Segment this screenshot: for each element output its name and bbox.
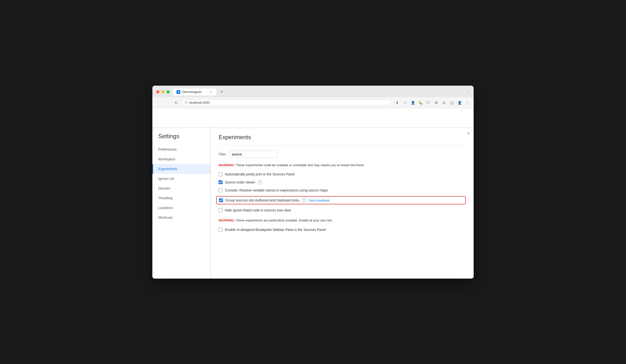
bookmark-button[interactable]: ☆: [402, 99, 408, 106]
webpage-area: [152, 108, 474, 128]
maximize-traffic-light[interactable]: [166, 90, 170, 93]
checkbox-row-1: Automatically pretty print in the Source…: [219, 172, 466, 176]
checkbox-resolve-vars[interactable]: [219, 188, 223, 192]
panel-close-button[interactable]: ×: [467, 131, 470, 136]
close-traffic-light[interactable]: [156, 90, 159, 93]
tab-close-button[interactable]: ×: [209, 90, 212, 94]
content-title: Experiments: [219, 134, 466, 141]
more-button[interactable]: ⋮: [464, 99, 471, 106]
checkbox-hide-ignore[interactable]: [219, 208, 223, 212]
warning-text-2: WARNING: These experiments are particula…: [219, 218, 466, 223]
security-icon: ⓘ: [185, 101, 188, 105]
sidebar-item-experiments[interactable]: Experiments: [152, 164, 210, 174]
minimize-traffic-light[interactable]: [161, 90, 164, 93]
warning-message-2: These experiments are particularly unsta…: [235, 218, 333, 222]
sidebar-item-shortcuts[interactable]: Shortcuts: [152, 213, 210, 222]
address-text: localhost:4200: [189, 101, 210, 104]
sidebar-item-ignore-list[interactable]: Ignore List: [152, 174, 210, 183]
sidebar-item-locations[interactable]: Locations: [152, 203, 210, 213]
checkbox-group-sources-label[interactable]: Group sources into Authored and Deployed…: [225, 198, 299, 202]
flask-button[interactable]: ⚖: [440, 99, 447, 106]
profile-button[interactable]: 👤: [456, 99, 463, 106]
active-tab[interactable]: A DemoAngular ×: [173, 89, 216, 95]
source-order-help-icon[interactable]: ?: [258, 180, 262, 184]
checkbox-pretty-print[interactable]: [219, 172, 223, 176]
traffic-lights: [156, 90, 170, 93]
settings-sidebar: Settings Preferences Workspace Experimen…: [152, 128, 211, 279]
tab-favicon: A: [176, 90, 180, 94]
checkbox-row-3: Console: Resolve variable names in expre…: [219, 188, 466, 192]
shield-button[interactable]: 🛡: [425, 99, 432, 106]
warning-label-2: WARNING:: [219, 218, 235, 222]
checkbox-breakpoint-sidebar[interactable]: [219, 228, 223, 232]
settings-content: Experiments Filter WARNING: These experi…: [211, 128, 474, 279]
checkbox-breakpoint-sidebar-label[interactable]: Enable re-designed Breakpoint Sidebar Pa…: [225, 228, 326, 232]
sidebar-item-preferences[interactable]: Preferences: [152, 145, 210, 154]
checkbox-pretty-print-label[interactable]: Automatically pretty print in the Source…: [225, 172, 295, 176]
reload-button[interactable]: ↻: [173, 99, 180, 106]
send-feedback-link[interactable]: Send feedback: [309, 199, 330, 202]
sidebar-item-throttling[interactable]: Throttling: [152, 193, 210, 203]
checkbox-group-sources[interactable]: [219, 198, 223, 202]
share-button[interactable]: ⬆: [394, 99, 401, 106]
layout-button[interactable]: ◫: [448, 99, 455, 106]
sidebar-item-workspace[interactable]: Workspace: [152, 154, 210, 164]
tab-bar: A DemoAngular × +: [173, 89, 464, 95]
puzzle-button[interactable]: ⚙: [433, 99, 439, 106]
address-bar[interactable]: ⓘ localhost:4200: [182, 99, 392, 106]
sidebar-item-devices[interactable]: Devices: [152, 183, 210, 193]
window-controls: ⌄: [467, 90, 470, 94]
group-sources-help-icon[interactable]: ?: [302, 198, 306, 202]
settings-title: Settings: [152, 133, 210, 145]
new-tab-button[interactable]: +: [218, 89, 225, 95]
forward-button[interactable]: →: [164, 99, 171, 106]
devtools-panel: × Settings Preferences Workspace Experim…: [152, 128, 474, 279]
checkbox-row-5: Hide ignore-listed code in sources tree …: [219, 208, 466, 212]
checkbox-resolve-vars-label[interactable]: Console: Resolve variable names in expre…: [225, 188, 328, 192]
checkbox-row-2: Source order viewer ?: [219, 180, 466, 184]
back-button[interactable]: ←: [155, 99, 162, 106]
filter-label: Filter: [219, 152, 226, 156]
checkbox-source-order-label[interactable]: Source order viewer: [225, 180, 255, 184]
warning-message-1: These experiments could be unstable or u…: [235, 163, 364, 167]
filter-row: Filter: [219, 151, 466, 158]
checkbox-row-4-highlighted: Group sources into Authored and Deployed…: [216, 196, 466, 204]
filter-input[interactable]: [229, 151, 278, 158]
browser-nav: ← → ↻ ⓘ localhost:4200 ⬆ ☆ 👤 🐛 🛡 ⚙ ⚖ ◫ 👤…: [152, 97, 474, 108]
browser-titlebar: A DemoAngular × + ⌄: [152, 86, 474, 97]
tab-title: DemoAngular: [182, 90, 202, 94]
checkbox-hide-ignore-label[interactable]: Hide ignore-listed code in sources tree …: [225, 208, 291, 212]
bug-button[interactable]: 🐛: [417, 99, 424, 106]
warning-label-1: WARNING:: [219, 163, 235, 167]
browser-content: × Settings Preferences Workspace Experim…: [152, 108, 474, 279]
account-button[interactable]: 👤: [409, 99, 416, 106]
warning-text-1: WARNING: These experiments could be unst…: [219, 163, 466, 168]
toolbar-actions: ⬆ ☆ 👤 🐛 🛡 ⚙ ⚖ ◫ 👤 ⋮: [394, 99, 471, 106]
checkbox-source-order[interactable]: [219, 180, 223, 184]
checkbox-row-6: Enable re-designed Breakpoint Sidebar Pa…: [219, 228, 466, 232]
title-divider: [219, 146, 466, 146]
